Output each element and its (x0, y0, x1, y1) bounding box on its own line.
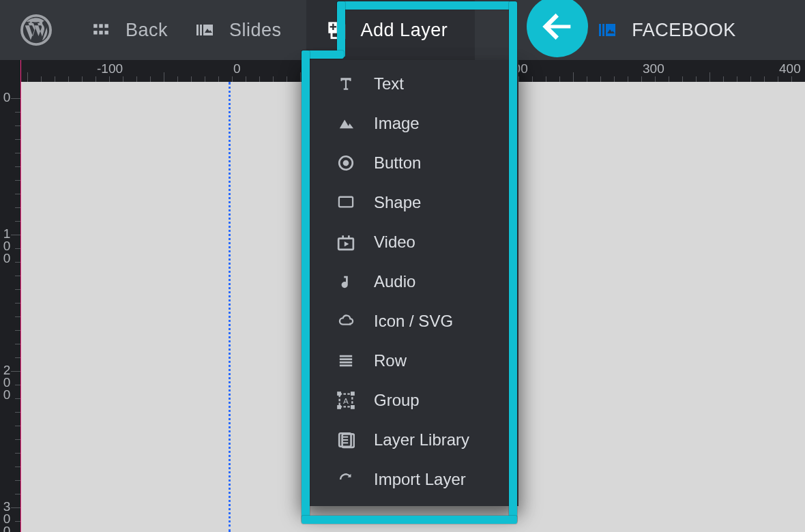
dropdown-item-label: Import Layer (374, 470, 466, 489)
back-label: Back (126, 20, 168, 41)
ruler-h-label: 0 (233, 61, 241, 76)
ruler-v-label: 0 (3, 91, 11, 104)
dropdown-item-label: Text (374, 74, 404, 93)
svg-rect-32 (337, 391, 341, 396)
slides-button[interactable]: Slides (181, 0, 295, 60)
video-icon (336, 232, 356, 252)
dropdown-item-label: Image (374, 114, 420, 133)
vertical-ruler: 0100200300 (0, 82, 20, 532)
library-icon (336, 430, 356, 450)
shape-icon (336, 192, 356, 213)
svg-rect-22 (339, 197, 353, 207)
origin-guide-vertical (20, 60, 21, 532)
dropdown-item-image[interactable]: Image (303, 104, 518, 143)
dropdown-item-label: Button (374, 153, 421, 173)
dropdown-item-label: Shape (374, 193, 421, 212)
ruler-h-label: 400 (779, 61, 801, 76)
wordpress-logo-icon[interactable] (20, 14, 52, 46)
svg-rect-3 (104, 24, 108, 27)
back-button[interactable]: Back (78, 0, 181, 60)
dropdown-item-label: Row (374, 351, 407, 370)
highlight-frame (509, 1, 517, 522)
button-icon (336, 153, 356, 173)
dropdown-item-svg[interactable]: Icon / SVG (303, 301, 518, 341)
slides-icon (195, 20, 214, 40)
dropdown-item-row[interactable]: Row (303, 341, 518, 381)
add-layer-dropdown: TextImageButtonShapeVideoAudioIcon / SVG… (303, 60, 518, 506)
image-icon (336, 113, 356, 134)
facebook-label: FACEBOOK (632, 20, 736, 41)
svg-rect-8 (200, 25, 202, 35)
svg-rect-17 (606, 24, 615, 36)
grid-icon (91, 20, 111, 40)
svg-marker-24 (345, 241, 349, 247)
ruler-h-label: -100 (97, 61, 123, 76)
dropdown-item-text[interactable]: Text (303, 64, 518, 104)
row-icon (336, 351, 356, 371)
highlight-frame (302, 516, 517, 524)
svg-rect-4 (93, 31, 97, 34)
ruler-corner (0, 60, 20, 82)
text-icon (336, 74, 356, 94)
dropdown-item-label: Video (374, 233, 415, 252)
svg-point-21 (343, 160, 349, 166)
svg-rect-6 (104, 31, 108, 34)
add-layer-label: Add Layer (361, 20, 448, 41)
svg-rect-1 (93, 24, 97, 27)
svg-rect-5 (99, 31, 102, 34)
dropdown-item-shape[interactable]: Shape (303, 183, 518, 222)
svg-rect-35 (351, 405, 355, 409)
svg-rect-15 (599, 24, 601, 36)
highlight-frame (337, 1, 345, 57)
dropdown-item-group[interactable]: AGroup (303, 381, 518, 420)
dropdown-item-video[interactable]: Video (303, 222, 518, 262)
svg-text:A: A (343, 396, 349, 405)
dropdown-item-audio[interactable]: Audio (303, 262, 518, 301)
svg-icon (336, 311, 356, 331)
ruler-v-label: 300 (3, 501, 11, 532)
image-icon (598, 20, 617, 40)
dropdown-item-button[interactable]: Button (303, 143, 518, 183)
dropdown-item-import[interactable]: Import Layer (303, 460, 518, 499)
group-icon: A (336, 390, 356, 411)
dropdown-item-label: Audio (374, 272, 415, 291)
highlight-frame (337, 1, 516, 10)
svg-rect-7 (196, 25, 199, 35)
guide-line[interactable] (229, 82, 231, 532)
ruler-v-label: 100 (3, 228, 11, 265)
svg-rect-14 (330, 26, 336, 27)
ruler-h-label: 300 (643, 61, 664, 76)
arrow-left-icon (538, 7, 577, 46)
svg-rect-2 (99, 24, 102, 27)
import-icon (336, 469, 356, 490)
facebook-slider-button[interactable]: FACEBOOK (584, 0, 750, 60)
dropdown-item-label: Layer Library (374, 430, 469, 449)
svg-rect-28 (340, 358, 352, 360)
svg-marker-19 (340, 120, 353, 129)
ruler-v-label: 200 (3, 364, 11, 401)
svg-rect-27 (340, 355, 352, 357)
audio-icon (336, 271, 356, 292)
slides-label: Slides (229, 20, 282, 41)
svg-rect-29 (340, 361, 352, 364)
svg-rect-34 (337, 405, 341, 409)
dropdown-item-label: Group (374, 391, 420, 410)
dropdown-item-library[interactable]: Layer Library (303, 420, 518, 460)
svg-rect-33 (351, 391, 355, 396)
svg-rect-30 (340, 365, 352, 367)
dropdown-item-label: Icon / SVG (374, 312, 453, 331)
svg-rect-16 (602, 24, 604, 36)
highlight-frame (302, 50, 310, 522)
